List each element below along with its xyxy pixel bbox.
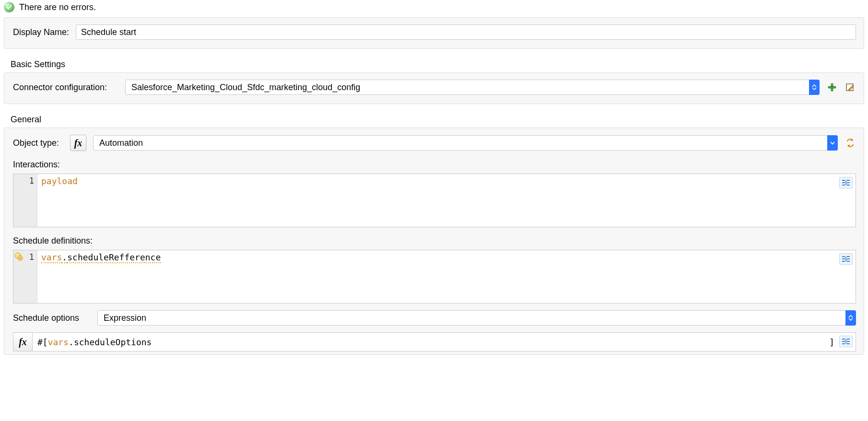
token-variable: vars <box>48 337 69 347</box>
interactions-editor[interactable]: 1 payload <box>13 174 856 227</box>
expr-open: #[ <box>37 337 48 347</box>
code-area[interactable]: payload <box>37 174 856 227</box>
connector-config-label: Connector configuration: <box>13 82 118 93</box>
expression-input[interactable]: #[ vars.scheduleOptions <box>33 333 856 351</box>
token-keyword: payload <box>41 176 78 186</box>
warning-icon: ! <box>14 252 23 261</box>
editor-gutter: 1 <box>13 174 37 227</box>
refresh-metadata-button[interactable] <box>845 137 856 149</box>
display-name-input[interactable] <box>76 24 856 40</box>
schedule-options-select-wrap <box>97 310 856 326</box>
connector-config-select-wrap <box>125 80 820 95</box>
general-title: General <box>11 115 864 125</box>
general-panel: Object type: fx Interactions: 1 payload … <box>4 128 864 355</box>
expr-close-bracket: ] <box>829 337 834 347</box>
schedule-definitions-editor[interactable]: ! 1 vars.scheduleRefference <box>13 250 856 304</box>
svg-rect-1 <box>828 86 836 88</box>
line-number: 1 <box>29 252 34 262</box>
svg-text:!: ! <box>20 256 21 260</box>
basic-settings-panel: Connector configuration: <box>4 72 864 104</box>
dataweave-editor-button[interactable] <box>839 336 853 347</box>
object-type-select-wrap <box>93 135 838 151</box>
check-circle-icon <box>4 2 14 12</box>
status-row: There are no errors. <box>4 2 864 17</box>
status-text: There are no errors. <box>19 2 96 12</box>
fx-icon: fx <box>13 333 33 351</box>
edit-config-button[interactable] <box>845 82 856 93</box>
schedule-options-expression-editor[interactable]: fx #[ vars.scheduleOptions ] <box>13 332 856 351</box>
basic-settings-title: Basic Settings <box>11 59 864 70</box>
interactions-label: Interactions: <box>13 160 856 170</box>
dataweave-editor-button[interactable] <box>839 253 853 265</box>
token-dot: . <box>69 337 74 347</box>
object-type-label: Object type: <box>13 138 63 148</box>
editor-gutter: ! 1 <box>13 250 37 303</box>
fx-toggle-button[interactable]: fx <box>70 135 86 151</box>
schedule-options-label: Schedule options <box>13 313 90 323</box>
token-property: scheduleOptions <box>74 337 152 347</box>
connector-config-select[interactable] <box>125 80 820 95</box>
object-type-select[interactable] <box>93 135 838 151</box>
schedule-definitions-label: Schedule definitions: <box>13 236 856 246</box>
token-dot: . <box>62 252 67 263</box>
dataweave-editor-button[interactable] <box>839 177 853 188</box>
schedule-options-select[interactable] <box>97 310 856 326</box>
add-config-button[interactable] <box>826 82 838 93</box>
fx-icon: fx <box>74 138 82 149</box>
token-variable: vars <box>41 252 62 263</box>
code-area[interactable]: vars.scheduleRefference <box>37 250 856 303</box>
display-name-label: Display Name: <box>13 27 69 37</box>
token-property: scheduleRefference <box>67 252 161 263</box>
display-name-panel: Display Name: <box>4 17 864 49</box>
line-number: 1 <box>29 176 34 186</box>
